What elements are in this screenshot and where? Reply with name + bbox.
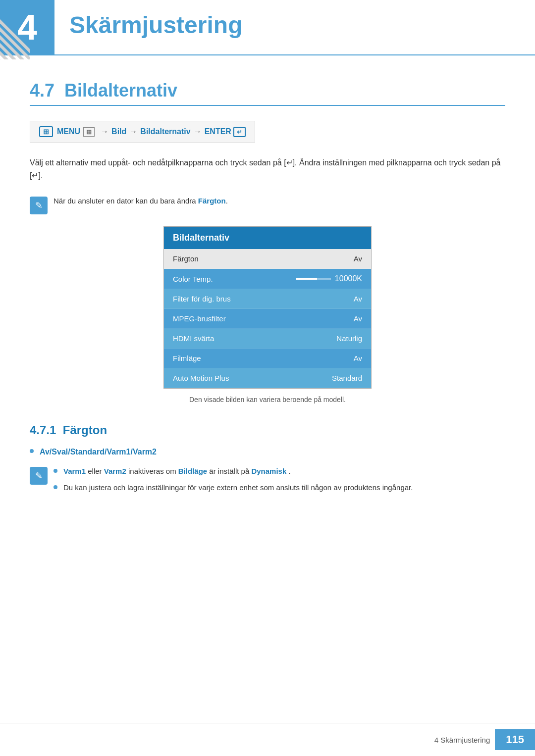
arrow-3: → [194,127,202,136]
note-box: När du ansluter en dator kan du bara änd… [30,196,505,214]
colortemp-value: 10000K [335,274,362,283]
main-content: 4.7 Bildalternativ MENU ⊞ → Bild → Bilda… [0,80,535,498]
note-content: När du ansluter en dator kan du bara änd… [54,196,228,207]
page-footer: 4 Skärmjustering 115 [0,723,535,756]
inline-note-block: Varm1 eller Varm2 inaktiveras om Bildläg… [30,466,505,498]
screenshot-caption: Den visade bilden kan variera beroende p… [30,396,505,403]
menu-item-hdmi: HDMI svärta Naturlig [164,329,371,349]
filter-label: Filter för dig. brus [173,295,231,303]
fargton-value: Av [354,254,362,263]
options-text: Av/Sval/Standard/Varm1/Varm2 [40,446,157,458]
menu-item-filmlage: Filmläge Av [164,349,371,368]
mpeg-label: MPEG-brusfilter [173,314,226,323]
menu-label: MENU [57,127,80,136]
section-heading: 4.7 Bildalternativ [30,80,505,106]
bullet-dot-1 [30,449,34,453]
menu-path: MENU ⊞ → Bild → Bildalternativ → ENTER ↵ [30,121,255,143]
automotion-label: Auto Motion Plus [173,374,229,382]
footer-content: 4 Skärmjustering 115 [434,729,535,750]
enter-icon: ↵ [233,127,246,137]
menu-item-filter: Filter för dig. brus Av [164,289,371,309]
chapter-title: Skärmjustering [54,0,242,54]
filmlage-label: Filmläge [173,354,201,362]
varm1-highlight: Varm1 [63,467,86,475]
page-header: 4 Skärmjustering [0,0,535,55]
filter-value: Av [354,295,362,303]
menu-icon [39,126,53,137]
path-bildalternativ: Bildalternativ [140,127,190,136]
path-enter: ENTER [205,127,231,136]
inline-note-icon [30,467,48,485]
path-bild: Bild [111,127,126,136]
inline-bullet-text-1: Varm1 eller Varm2 inaktiveras om Bildläg… [63,466,291,477]
menu-screenshot-container: Bildalternativ Färgton Av Color Temp. 10… [30,226,505,389]
automotion-value: Standard [332,374,362,382]
inline-bullet-dot-1 [54,469,57,473]
hdmi-value: Naturlig [336,334,362,343]
note-highlight: Färgton [198,197,226,205]
arrow-1: → [101,127,108,136]
bildlage-highlight: Bildläge [178,467,207,475]
filmlage-value: Av [354,354,362,362]
description-text: Välj ett alternativ med uppåt- och nedåt… [30,156,505,182]
colortemp-bar-area: 10000K [296,274,362,283]
inline-bullet-text-2: Du kan justera och lagra inställningar f… [63,482,413,494]
inline-note-content: Varm1 eller Varm2 inaktiveras om Bildläg… [54,466,413,498]
varm2-highlight: Varm2 [104,467,126,475]
inline-bullet-2: Du kan justera och lagra inställningar f… [54,482,413,494]
bullet-item-options: Av/Sval/Standard/Varm1/Varm2 [30,446,505,458]
footer-page-number: 115 [495,729,535,750]
temp-bar-fill [296,278,317,280]
menu-screenshot: Bildalternativ Färgton Av Color Temp. 10… [163,226,372,389]
menu-item-automotion: Auto Motion Plus Standard [164,368,371,388]
hdmi-label: HDMI svärta [173,334,214,343]
colortemp-label: Color Temp. [173,275,213,283]
mpeg-value: Av [354,314,362,323]
arrow-2: → [129,127,137,136]
temp-bar-bg [296,278,331,280]
inline-bullet-dot-2 [54,485,57,489]
fargton-label: Färgton [173,254,199,263]
note-pencil-icon [30,197,48,214]
footer-chapter-label: 4 Skärmjustering [434,736,490,744]
menu-item-colortemp: Color Temp. 10000K [164,269,371,289]
bullet-list-main: Av/Sval/Standard/Varm1/Varm2 [30,446,505,458]
dynamisk-highlight: Dynamisk [251,467,286,475]
corner-decoration [0,0,30,59]
menu-item-fargton: Färgton Av [164,249,371,269]
inline-bullet-1: Varm1 eller Varm2 inaktiveras om Bildläg… [54,466,413,477]
menu-title-bar: Bildalternativ [164,227,371,249]
menu-item-mpeg: MPEG-brusfilter Av [164,309,371,329]
subsection-heading: 4.7.1 Färgton [30,423,505,437]
